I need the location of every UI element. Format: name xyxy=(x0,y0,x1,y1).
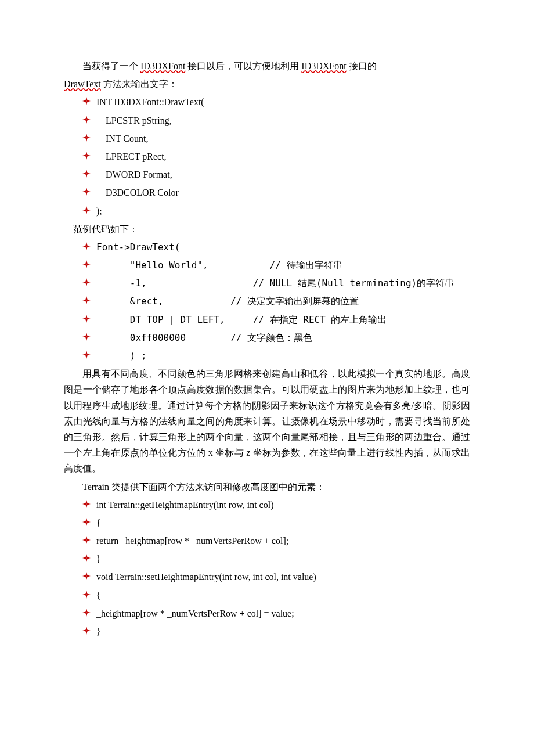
code-text: int Terrain::getHeightmapEntry(int row, … xyxy=(96,497,470,513)
code-text: "Hello World", // 待输出字符串 xyxy=(96,257,470,273)
wind-rose-icon xyxy=(82,206,91,214)
text: ID3DXFont xyxy=(301,61,346,71)
wind-rose-icon xyxy=(82,188,91,196)
svg-marker-78 xyxy=(86,595,88,599)
terrain-methods-intro: Terrain 类提供下面两个方法来访问和修改高度图中的元素： xyxy=(64,479,470,495)
svg-marker-41 xyxy=(86,300,91,301)
text: 接口以后，可以方便地利用 xyxy=(185,61,301,71)
code-text: 0xff000000 // 文字颜色：黑色 xyxy=(96,330,470,345)
svg-marker-82 xyxy=(86,613,88,617)
code-text: void Terrain::setHeightmapEntry(int row,… xyxy=(96,569,470,585)
svg-marker-69 xyxy=(86,557,91,559)
code-line: &rect, // 决定文字输出到屏幕的位置 xyxy=(64,293,470,309)
svg-marker-80 xyxy=(86,609,88,613)
svg-marker-29 xyxy=(86,245,91,247)
code-text: &rect, // 决定文字输出到屏幕的位置 xyxy=(96,293,470,309)
svg-marker-27 xyxy=(82,209,86,211)
svg-marker-61 xyxy=(86,521,91,523)
code-line: "Hello World", // 待输出字符串 xyxy=(64,257,470,273)
wind-rose-icon xyxy=(82,97,91,105)
wind-rose-icon xyxy=(82,315,91,323)
code-text: -1, // NULL 结尾(Null terminating)的字符串 xyxy=(96,275,470,291)
wind-rose-icon xyxy=(82,554,91,562)
code-line: ); xyxy=(64,203,470,219)
wind-rose-icon xyxy=(82,627,91,635)
code-line: _heightmap[row * _numVertsPerRow + col] … xyxy=(64,606,470,621)
code-line: DWORD Format, xyxy=(64,167,470,182)
text: DrawText xyxy=(64,79,101,89)
wind-rose-icon xyxy=(82,296,91,304)
wind-rose-icon xyxy=(82,536,91,544)
text: ID3DXFont xyxy=(140,61,185,71)
svg-marker-71 xyxy=(82,557,86,559)
code-line: 0xff000000 // 文字颜色：黑色 xyxy=(64,330,470,345)
code-text: return _heightmap[row * _numVertsPerRow … xyxy=(96,533,470,549)
svg-marker-11 xyxy=(82,136,86,138)
code-text: { xyxy=(96,515,470,531)
intro-paragraph-line2: DrawText 方法来输出文字： xyxy=(64,76,470,92)
svg-marker-25 xyxy=(86,209,91,211)
code-text: INT ID3DXFont::DrawText( xyxy=(96,94,470,110)
code-line: D3DCOLOR Color xyxy=(64,185,470,200)
wind-rose-icon xyxy=(82,260,91,268)
code-line: INT Count, xyxy=(64,131,470,146)
code-text: } xyxy=(96,624,470,639)
svg-marker-47 xyxy=(82,318,86,319)
code-line: INT ID3DXFont::DrawText( xyxy=(64,94,470,110)
wind-rose-icon xyxy=(82,572,91,580)
text: 接口的 xyxy=(347,61,377,71)
code-text: { xyxy=(96,588,470,603)
svg-marker-15 xyxy=(82,154,86,156)
code-block-drawtext-example: Font->DrawText( "Hello World", // 待输出字符串… xyxy=(64,239,470,363)
wind-rose-icon xyxy=(82,152,91,160)
code-line: DT_TOP | DT_LEFT, // 在指定 RECT 的左上角输出 xyxy=(64,312,470,327)
svg-marker-53 xyxy=(86,354,91,356)
code-line: LPCSTR pString, xyxy=(64,113,470,128)
svg-marker-31 xyxy=(82,245,86,247)
code-text: DT_TOP | DT_LEFT, // 在指定 RECT 的左上角输出 xyxy=(96,312,470,327)
svg-marker-49 xyxy=(86,336,91,337)
code-line: { xyxy=(64,515,470,531)
svg-marker-17 xyxy=(86,173,91,175)
wind-rose-icon xyxy=(82,134,91,142)
code-line: int Terrain::getHeightmapEntry(int row, … xyxy=(64,497,470,513)
svg-marker-3 xyxy=(82,100,86,102)
code-text: DWORD Format, xyxy=(96,167,470,182)
text: 当获得了一个 xyxy=(82,61,140,71)
code-text: D3DCOLOR Color xyxy=(96,185,470,200)
svg-marker-63 xyxy=(82,521,86,523)
wind-rose-icon xyxy=(82,116,91,124)
code-text: INT Count, xyxy=(96,131,470,146)
svg-marker-65 xyxy=(86,539,91,541)
wind-rose-icon xyxy=(82,242,91,250)
code-line: return _heightmap[row * _numVertsPerRow … xyxy=(64,533,470,549)
terrain-paragraph: 用具有不同高度、不同颜色的三角形网格来创建高山和低谷，以此模拟一个真实的地形。高… xyxy=(64,366,470,476)
svg-marker-84 xyxy=(86,627,88,631)
svg-marker-73 xyxy=(86,575,91,577)
code-line: } xyxy=(64,551,470,567)
code-block-drawtext-decl: INT ID3DXFont::DrawText( LPCSTR pString,… xyxy=(64,94,470,218)
code-text: } xyxy=(96,551,470,567)
svg-marker-35 xyxy=(82,264,86,265)
svg-marker-67 xyxy=(82,539,86,541)
wind-rose-icon xyxy=(82,333,91,341)
code-line: void Terrain::setHeightmapEntry(int row,… xyxy=(64,569,470,585)
svg-marker-75 xyxy=(82,575,86,577)
wind-rose-icon xyxy=(82,278,91,286)
example-label: 范例代码如下： xyxy=(64,221,470,237)
wind-rose-icon xyxy=(82,500,91,508)
svg-marker-21 xyxy=(86,191,91,193)
code-line: ) ; xyxy=(64,348,470,363)
wind-rose-icon xyxy=(82,518,91,526)
svg-marker-7 xyxy=(82,118,86,120)
text: 方法来输出文字： xyxy=(101,79,178,89)
svg-marker-33 xyxy=(86,264,91,265)
svg-marker-59 xyxy=(82,503,86,505)
code-text: ); xyxy=(96,203,470,219)
code-text: LPCSTR pString, xyxy=(96,113,470,128)
wind-rose-icon xyxy=(82,351,91,359)
code-line: Font->DrawText( xyxy=(64,239,470,255)
code-block-terrain-methods: int Terrain::getHeightmapEntry(int row, … xyxy=(64,497,470,640)
wind-rose-icon xyxy=(82,591,91,599)
wind-rose-icon xyxy=(82,609,91,617)
